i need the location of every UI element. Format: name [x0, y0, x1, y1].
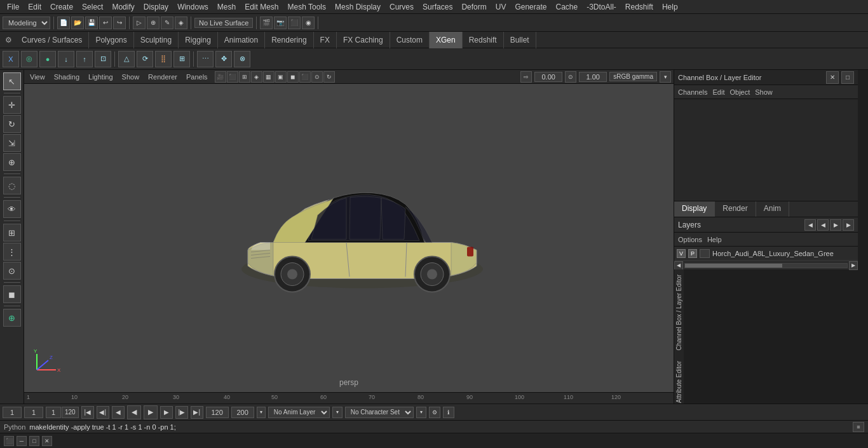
tab-animation[interactable]: Animation	[218, 32, 265, 48]
color-space-label[interactable]: sRGB gamma	[609, 72, 657, 81]
xgen-btn-4[interactable]: ↓	[58, 51, 74, 67]
render4-icon[interactable]: ◉	[302, 17, 315, 29]
vp-menu-view[interactable]: View	[27, 72, 48, 82]
move-tool[interactable]: ✛	[3, 96, 21, 114]
layer-color[interactable]	[700, 249, 710, 258]
vp-colorspace-arrow[interactable]: ▾	[660, 71, 671, 83]
lasso-icon[interactable]: ⊕	[147, 17, 159, 29]
xgen-btn-6[interactable]: ⊡	[95, 51, 111, 67]
viewport-canvas[interactable]: X Y Z persp	[24, 84, 674, 392]
snap2-tool[interactable]: ⋮	[3, 243, 21, 261]
xgen-btn-3[interactable]: ●	[39, 51, 56, 67]
snap3-tool[interactable]: ⊙	[3, 262, 21, 280]
vp-menu-shading[interactable]: Shading	[51, 72, 83, 82]
dra-tab-anim[interactable]: Anim	[756, 201, 789, 217]
dra-tab-render[interactable]: Render	[715, 201, 756, 217]
ch-maximize-icon[interactable]: □	[841, 71, 854, 84]
paint-icon[interactable]: ✎	[161, 17, 173, 29]
tab-xgen[interactable]: XGen	[430, 32, 463, 48]
menu-uv[interactable]: UV	[491, 1, 511, 13]
layer-visibility[interactable]: V	[677, 249, 686, 258]
side-tab-attribute-editor[interactable]: Attribute Editor	[674, 356, 684, 404]
menu-generate[interactable]: Generate	[510, 1, 551, 13]
vp-icon-film[interactable]: ⬛	[227, 71, 238, 83]
play-back-btn[interactable]: ◀	[127, 405, 141, 419]
transform-tool[interactable]: ⊕	[3, 153, 21, 171]
current-frame-input[interactable]: 1	[24, 407, 43, 418]
end-frame-input[interactable]: 120	[206, 407, 229, 418]
soft-select-tool[interactable]: ◌	[3, 177, 21, 194]
tab-bullet[interactable]: Bullet	[504, 32, 536, 48]
vp-move-icon[interactable]: ⇨	[520, 71, 532, 83]
python-btn[interactable]: ≡	[853, 422, 864, 432]
vp-menu-show[interactable]: Show	[119, 72, 143, 82]
prev-key-btn[interactable]: ◀|	[97, 406, 109, 419]
layers-options[interactable]: Options	[678, 236, 702, 243]
undo-icon[interactable]: ↩	[99, 17, 112, 29]
char-set-arrow[interactable]: ▾	[416, 407, 426, 418]
menu-mesh-tools[interactable]: Mesh Tools	[283, 1, 330, 13]
axes-tool[interactable]: ⊕	[3, 309, 21, 327]
window-close[interactable]: ✕	[42, 436, 52, 446]
menu-edit[interactable]: Edit	[24, 1, 46, 13]
ch-tab-object[interactable]: Object	[729, 88, 750, 96]
layers-next2-btn[interactable]: ▶	[843, 219, 854, 231]
layers-help[interactable]: Help	[707, 236, 722, 243]
vp-icon-texture[interactable]: ⬛	[299, 71, 311, 83]
tab-polygons[interactable]: Polygons	[89, 32, 133, 48]
scale-tool[interactable]: ⇲	[3, 134, 21, 152]
anim-layer-arrow[interactable]: ▾	[332, 407, 342, 418]
xgen-btn-10[interactable]: ⊞	[173, 51, 190, 67]
layers-prev-btn[interactable]: ◀	[804, 219, 816, 231]
xgen-btn-8[interactable]: ⟳	[137, 51, 153, 67]
tab-redshift[interactable]: Redshift	[463, 32, 504, 48]
vp-icon-shaded[interactable]: ◼	[287, 71, 299, 83]
tab-settings-icon[interactable]: ⚙	[1, 32, 15, 48]
next-key-btn[interactable]: |▶	[175, 406, 188, 419]
select-icon[interactable]: ▷	[133, 17, 146, 29]
vp-icon-isolate[interactable]: ◈	[251, 71, 262, 83]
info-icon[interactable]: ℹ	[443, 407, 454, 418]
scroll-track[interactable]	[684, 263, 848, 268]
anim-layer-dropdown[interactable]: No Anim Layer	[268, 407, 330, 418]
char-set-dropdown[interactable]: No Character Set	[345, 407, 414, 418]
snap-grid-tool[interactable]: ⊞	[3, 224, 21, 241]
tab-curves-surfaces[interactable]: Curves / Surfaces	[15, 32, 89, 48]
window-restore[interactable]: □	[29, 436, 39, 446]
side-tab-channel-box[interactable]: Channel Box / Layer Editor	[674, 269, 684, 356]
select-tool[interactable]: ↖	[3, 72, 21, 90]
menu-surfaces[interactable]: Surfaces	[418, 1, 457, 13]
scroll-right[interactable]: ▶	[849, 261, 858, 270]
tab-sculpting[interactable]: Sculpting	[134, 32, 179, 48]
rotate-tool[interactable]: ↻	[3, 115, 21, 133]
tab-rigging[interactable]: Rigging	[179, 32, 218, 48]
xgen-btn-2[interactable]: ◎	[21, 51, 37, 67]
vp-scale-icon[interactable]: ⊙	[565, 71, 576, 83]
ch-tab-channels[interactable]: Channels	[678, 88, 707, 96]
save-icon[interactable]: 💾	[85, 17, 98, 29]
layer-playback[interactable]: P	[688, 249, 697, 258]
ch-tab-edit[interactable]: Edit	[712, 88, 724, 96]
menu-display[interactable]: Display	[139, 1, 173, 13]
menu-file[interactable]: File	[3, 1, 24, 13]
tab-rendering[interactable]: Rendering	[265, 32, 313, 48]
redo-icon[interactable]: ↪	[113, 17, 126, 29]
vp-icon-xray[interactable]: ⊙	[311, 71, 323, 83]
vp-icon-grid[interactable]: ⊞	[239, 71, 250, 83]
menu-modify[interactable]: Modify	[107, 1, 139, 13]
frame3-input[interactable]: 1	[46, 407, 61, 418]
ch-close-icon[interactable]: ✕	[826, 71, 839, 84]
menu-curves[interactable]: Curves	[385, 1, 418, 13]
ch-tab-show[interactable]: Show	[755, 88, 773, 96]
menu-cache[interactable]: Cache	[551, 1, 582, 13]
menu-3dto[interactable]: -3DtoAll-	[582, 1, 621, 13]
vp-icon-camera[interactable]: 🎥	[215, 71, 226, 83]
workspace-dropdown[interactable]: Modeling	[3, 17, 50, 29]
vp-menu-lighting[interactable]: Lighting	[85, 72, 116, 82]
menu-edit-mesh[interactable]: Edit Mesh	[240, 1, 283, 13]
vp-icon-smooth[interactable]: ▣	[275, 71, 287, 83]
tab-custom[interactable]: Custom	[390, 32, 430, 48]
scroll-left[interactable]: ◀	[674, 261, 683, 270]
goto-start-btn[interactable]: |◀	[81, 406, 94, 419]
start-frame-input[interactable]: 1	[3, 407, 22, 418]
